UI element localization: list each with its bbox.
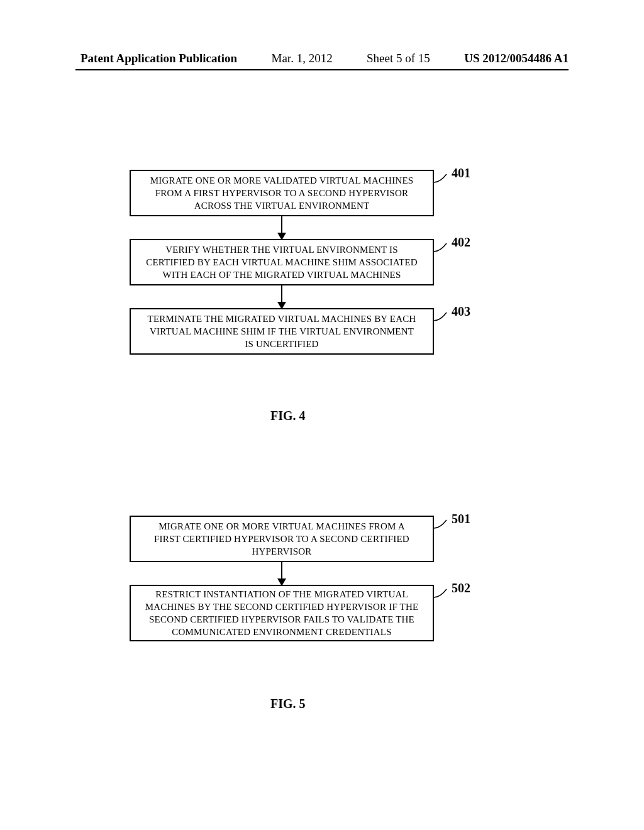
leader-line bbox=[434, 243, 448, 253]
step-number-403: 403 bbox=[452, 304, 470, 319]
publication-date: Mar. 1, 2012 bbox=[272, 52, 333, 65]
flow-connector bbox=[281, 562, 282, 580]
header-rule bbox=[75, 69, 569, 70]
flow-connector bbox=[281, 216, 282, 234]
flow-connector bbox=[281, 285, 282, 303]
flow-step-text: MIGRATE ONE OR MORE VIRTUAL MACHINES FRO… bbox=[145, 520, 419, 558]
sheet-number: Sheet 5 of 15 bbox=[367, 52, 430, 65]
step-number-502: 502 bbox=[452, 581, 470, 595]
figure-4-caption: FIG. 4 bbox=[270, 409, 306, 423]
flow-step-403: TERMINATE THE MIGRATED VIRTUAL MACHINES … bbox=[130, 308, 434, 355]
figure-5-caption: FIG. 5 bbox=[270, 697, 306, 711]
flow-step-401: MIGRATE ONE OR MORE VALIDATED VIRTUAL MA… bbox=[130, 170, 434, 216]
leader-line bbox=[434, 174, 448, 184]
flow-step-402: VERIFY WHETHER THE VIRTUAL ENVIRONMENT I… bbox=[130, 239, 434, 285]
flow-step-text: MIGRATE ONE OR MORE VALIDATED VIRTUAL MA… bbox=[145, 174, 419, 213]
step-number-401: 401 bbox=[452, 166, 470, 180]
application-number: US 2012/0054486 A1 bbox=[464, 52, 569, 65]
leader-line bbox=[434, 519, 448, 529]
leader-line bbox=[434, 589, 448, 599]
page-header: Patent Application Publication Mar. 1, 2… bbox=[0, 52, 644, 65]
flow-step-502: RESTRICT INSTANTIATION OF THE MIGRATED V… bbox=[130, 585, 434, 641]
flow-step-text: TERMINATE THE MIGRATED VIRTUAL MACHINES … bbox=[145, 313, 419, 351]
flow-step-text: VERIFY WHETHER THE VIRTUAL ENVIRONMENT I… bbox=[145, 243, 419, 282]
publication-label: Patent Application Publication bbox=[80, 52, 237, 65]
step-number-501: 501 bbox=[452, 512, 470, 526]
step-number-402: 402 bbox=[452, 235, 470, 250]
flow-step-text: RESTRICT INSTANTIATION OF THE MIGRATED V… bbox=[145, 588, 419, 639]
leader-line bbox=[434, 312, 448, 322]
flow-step-501: MIGRATE ONE OR MORE VIRTUAL MACHINES FRO… bbox=[130, 516, 434, 562]
